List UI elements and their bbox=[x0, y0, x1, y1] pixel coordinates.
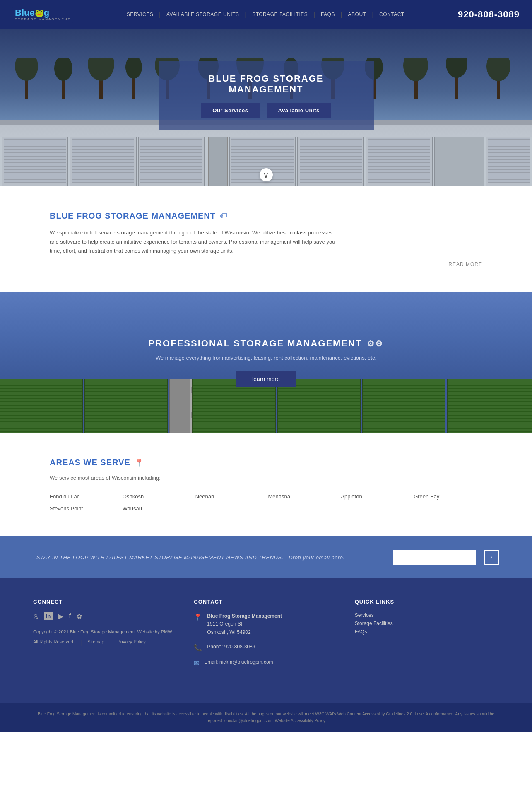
newsletter-cta: Drop your email here: bbox=[289, 554, 345, 561]
twitter-icon[interactable]: 𝕏 bbox=[33, 612, 39, 620]
quick-link-faqs[interactable]: FAQs bbox=[355, 629, 499, 635]
learn-more-button[interactable]: learn more bbox=[236, 371, 296, 387]
svg-rect-40 bbox=[368, 138, 430, 183]
svg-point-5 bbox=[88, 58, 114, 81]
gear-icon: ⚙⚙ bbox=[367, 338, 383, 348]
hero-overlay: BLUE FROG STORAGE MANAGEMENT Our Service… bbox=[159, 61, 374, 130]
svg-rect-51 bbox=[362, 379, 445, 433]
newsletter-main-text: STAY IN THE LOOP WITH LATEST MARKET STOR… bbox=[36, 554, 284, 561]
all-rights: All Rights Reserved. bbox=[33, 639, 75, 646]
footer-connect-col: CONNECT 𝕏 in ▶ f ✿ Copyright © 2021 Blue… bbox=[33, 599, 177, 674]
frog-icon: 🐸 bbox=[35, 9, 44, 17]
svg-rect-54 bbox=[191, 387, 192, 393]
contact-phone-text: Phone: 920-808-3089 bbox=[207, 643, 255, 651]
youtube-icon[interactable]: ▶ bbox=[58, 612, 63, 620]
logo-blue: Blue bbox=[15, 7, 35, 18]
contact-title: CONTACT bbox=[194, 599, 338, 605]
about-body: We specialize in full service storage ma… bbox=[50, 228, 339, 256]
areas-title-text: AREAS WE SERVE bbox=[50, 458, 130, 467]
connect-title: CONNECT bbox=[33, 599, 177, 605]
quick-link-storage-facilities[interactable]: Storage Facilities bbox=[355, 621, 499, 626]
areas-grid: Fond du Lac Oshkosh Neenah Menasha Apple… bbox=[50, 493, 482, 512]
logo-rest: g bbox=[44, 7, 49, 18]
storage-mgmt-content: PROFESSIONAL STORAGE MANAGEMENT ⚙⚙ We ma… bbox=[149, 338, 384, 387]
svg-point-7 bbox=[125, 58, 142, 79]
svg-point-1 bbox=[15, 58, 38, 81]
location-icon: 📍 bbox=[194, 613, 202, 621]
arrow-right-icon: › bbox=[490, 553, 492, 561]
email-icon: ✉ bbox=[194, 659, 199, 667]
city-appleton: Appleton bbox=[341, 493, 409, 500]
quick-link-services[interactable]: Services bbox=[355, 612, 499, 618]
newsletter-email-input[interactable] bbox=[393, 550, 476, 565]
contact-name: Blue Frog Storage Management bbox=[207, 613, 282, 619]
svg-rect-49 bbox=[193, 379, 275, 433]
svg-rect-38 bbox=[300, 138, 362, 183]
contact-email-text: Email: nickm@bluefrogpm.com bbox=[204, 658, 273, 666]
privacy-policy-link[interactable]: Privacy Policy bbox=[117, 639, 145, 646]
available-units-button[interactable]: Available Units bbox=[267, 103, 331, 118]
svg-rect-52 bbox=[447, 379, 532, 433]
phone-number[interactable]: 920-808-3089 bbox=[458, 9, 520, 20]
svg-rect-50 bbox=[277, 379, 360, 433]
facebook-icon[interactable]: f bbox=[69, 612, 71, 620]
storage-mgmt-body: We manage everything from advertising, l… bbox=[149, 355, 384, 361]
svg-rect-31 bbox=[72, 138, 134, 183]
city-oshkosh: Oshkosh bbox=[123, 493, 191, 500]
hero-buttons: Our Services Available Units bbox=[175, 103, 357, 118]
copyright-text: Copyright © 2021 Blue Frog Storage Manag… bbox=[33, 628, 177, 636]
sitemap-link[interactable]: Sitemap bbox=[87, 639, 104, 646]
about-section: BLUE FROG STORAGE MANAGEMENT 🏷 We specia… bbox=[0, 186, 532, 292]
logo[interactable]: Blue🐸g STORAGE MANAGEMENT bbox=[12, 7, 73, 23]
svg-rect-47 bbox=[85, 379, 168, 433]
city-neenah: Neenah bbox=[195, 493, 264, 500]
scroll-down-button[interactable]: ∨ bbox=[260, 168, 273, 181]
nav-facilities[interactable]: STORAGE FACILITIES bbox=[246, 12, 313, 17]
city-stevens-point: Stevens Point bbox=[50, 505, 118, 512]
newsletter-section: STAY IN THE LOOP WITH LATEST MARKET STOR… bbox=[0, 536, 532, 578]
nav-services[interactable]: SERVICES bbox=[121, 12, 159, 17]
yelp-icon[interactable]: ✿ bbox=[77, 612, 82, 620]
nav-about[interactable]: ABOUT bbox=[342, 12, 372, 17]
newsletter-submit-button[interactable]: › bbox=[484, 550, 499, 565]
about-title-text: BLUE FROG STORAGE MANAGEMENT bbox=[50, 211, 216, 221]
city-fond-du-lac: Fond du Lac bbox=[50, 493, 118, 500]
storage-mgmt-title: PROFESSIONAL STORAGE MANAGEMENT ⚙⚙ bbox=[149, 338, 384, 349]
footer-contact-col: CONTACT 📍 Blue Frog Storage Management 1… bbox=[194, 599, 338, 674]
nav-contact[interactable]: CONTACT bbox=[373, 12, 410, 17]
svg-point-25 bbox=[486, 58, 510, 81]
footer: CONNECT 𝕏 in ▶ f ✿ Copyright © 2021 Blue… bbox=[0, 578, 532, 703]
social-icons: 𝕏 in ▶ f ✿ bbox=[33, 612, 177, 620]
city-green-bay: Green Bay bbox=[414, 493, 482, 500]
read-more-link[interactable]: READ MORE bbox=[50, 261, 482, 267]
city-menasha: Menasha bbox=[268, 493, 337, 500]
svg-rect-43 bbox=[488, 138, 530, 183]
storage-mgmt-title-text: PROFESSIONAL STORAGE MANAGEMENT bbox=[149, 338, 362, 349]
svg-rect-46 bbox=[0, 379, 83, 433]
svg-rect-34 bbox=[209, 137, 227, 186]
nav-storage-units[interactable]: AVAILABLE STORAGE UNITS bbox=[161, 12, 245, 17]
our-services-button[interactable]: Our Services bbox=[201, 103, 260, 118]
nav-faqs[interactable]: FAQS bbox=[315, 12, 341, 17]
quick-links: Services Storage Facilities FAQs bbox=[355, 612, 499, 635]
linkedin-icon[interactable]: in bbox=[44, 612, 53, 620]
pin-icon: 📍 bbox=[135, 458, 144, 467]
svg-point-23 bbox=[446, 58, 467, 78]
tag-icon: 🏷 bbox=[220, 212, 228, 220]
contact-phone-row: 📞 Phone: 920-808-3089 bbox=[194, 643, 338, 652]
footer-legal-links: All Rights Reserved. | Sitemap | Privacy… bbox=[33, 639, 177, 646]
footer-quicklinks-col: QUICK LINKS Services Storage Facilities … bbox=[355, 599, 499, 674]
accessibility-footer: Blue Frog Storage Management is committe… bbox=[0, 703, 532, 732]
svg-rect-55 bbox=[191, 412, 192, 418]
phone-icon: 📞 bbox=[194, 644, 202, 652]
accessibility-text: Blue Frog Storage Management is committe… bbox=[33, 711, 499, 724]
svg-rect-48 bbox=[170, 379, 190, 433]
hero-section: BLUE FROG STORAGE MANAGEMENT Our Service… bbox=[0, 29, 532, 186]
storage-mgmt-section: PROFESSIONAL STORAGE MANAGEMENT ⚙⚙ We ma… bbox=[0, 292, 532, 433]
svg-point-3 bbox=[54, 58, 72, 81]
chevron-down-icon: ∨ bbox=[263, 170, 269, 180]
contact-address: 1511 Oregon StOshkosh, WI 54902 bbox=[207, 621, 250, 635]
newsletter-text: STAY IN THE LOOP WITH LATEST MARKET STOR… bbox=[33, 554, 385, 561]
contact-email-row: ✉ Email: nickm@bluefrogpm.com bbox=[194, 658, 338, 667]
svg-rect-33 bbox=[140, 138, 202, 183]
